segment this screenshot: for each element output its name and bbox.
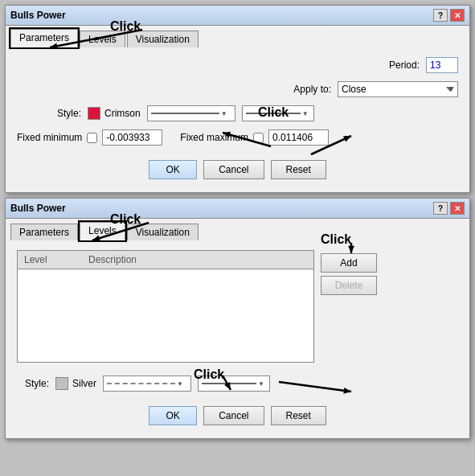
levels-table: Level Description — [17, 250, 314, 363]
dialog-bulls-power-2: Bulls Power ? ✕ Click Parameters Levels … — [5, 198, 470, 439]
style-row-2: Style: Silver ▼ ▼ — [17, 375, 458, 392]
titlebar-1: Bulls Power ? ✕ — [6, 6, 469, 26]
dialog-title-2: Bulls Power — [10, 203, 66, 214]
delete-button[interactable]: Delete — [321, 276, 377, 295]
fixed-max-label: Fixed maximum — [180, 132, 248, 143]
levels-col-desc: Description — [82, 252, 313, 267]
line-style-dashed-1[interactable]: ▼ — [103, 375, 191, 392]
reset-button-2[interactable]: Reset — [271, 406, 326, 425]
apply-label: Apply to: — [293, 84, 331, 95]
tab-visualization-2[interactable]: Visualization — [127, 224, 199, 240]
line-dropdown-arrow-2: ▼ — [302, 110, 309, 117]
line-dashed-arrow-1: ▼ — [177, 380, 183, 388]
levels-section: Level Description Click Add Delete — [17, 250, 458, 369]
style-label-2: Style: — [17, 378, 49, 389]
add-button[interactable]: Add — [321, 253, 377, 273]
line-style-box-1[interactable]: ▼ — [147, 105, 235, 121]
titlebar-2: Bulls Power ? ✕ — [6, 199, 469, 219]
titlebar-buttons-2: ? ✕ — [433, 202, 465, 215]
ok-button-1[interactable]: OK — [149, 160, 197, 179]
color-box-1[interactable] — [88, 107, 100, 120]
levels-col-level: Level — [18, 252, 82, 267]
close-button-1[interactable]: ✕ — [450, 9, 465, 22]
apply-select[interactable]: Close Open High Low — [338, 81, 458, 97]
fixed-min-label: Fixed minimum — [17, 132, 82, 143]
levels-header: Level Description — [18, 251, 313, 269]
line-dropdown-arrow-1: ▼ — [221, 110, 227, 117]
tab-levels-2[interactable]: Levels — [80, 222, 125, 240]
help-button-2[interactable]: ? — [433, 202, 448, 215]
tab-bar-1: Parameters Levels Visualization — [6, 26, 469, 47]
cancel-button-2[interactable]: Cancel — [203, 406, 264, 425]
button-row-2: OK Cancel Reset — [17, 400, 458, 429]
button-row-1: OK Cancel Reset — [17, 154, 458, 183]
fixed-max-value[interactable] — [268, 129, 329, 146]
apply-select-wrapper: Close Open High Low — [338, 81, 458, 97]
line-style-box-2[interactable]: ▼ — [242, 105, 314, 121]
fixed-row: Fixed minimum Fixed maximum — [17, 129, 458, 146]
dialog-content-2: Level Description Click Add Delete — [6, 240, 469, 438]
dialog-content-1: Period: Apply to: Close Open High Low St… — [6, 47, 469, 192]
line-style-solid-2[interactable]: ▼ — [198, 375, 270, 392]
reset-button-1[interactable]: Reset — [271, 160, 326, 179]
color-box-2[interactable] — [55, 377, 68, 390]
cancel-button-1[interactable]: Cancel — [203, 160, 264, 179]
help-button-1[interactable]: ? — [433, 9, 448, 22]
dialog-bulls-power-1: Bulls Power ? ✕ Click Parameters Levels … — [5, 5, 470, 193]
tab-levels-1[interactable]: Levels — [80, 31, 125, 47]
close-button-2[interactable]: ✕ — [450, 202, 465, 215]
dialog-title-1: Bulls Power — [10, 10, 66, 21]
levels-buttons: Click Add Delete — [321, 250, 377, 295]
style-row-1: Style: Crimson ▼ ▼ — [17, 105, 458, 121]
titlebar-buttons-1: ? ✕ — [433, 9, 465, 22]
tab-parameters-1[interactable]: Parameters — [10, 29, 78, 47]
fixed-max-checkbox[interactable] — [253, 133, 264, 143]
period-label: Period: — [355, 60, 420, 71]
line-solid-arrow-2: ▼ — [258, 380, 264, 388]
period-input[interactable] — [426, 57, 458, 73]
tab-parameters-2[interactable]: Parameters — [10, 224, 78, 240]
color-name-2: Silver — [72, 378, 96, 389]
style-label-1: Style: — [17, 108, 81, 119]
ok-button-2[interactable]: OK — [149, 406, 197, 425]
color-name-1: Crimson — [104, 108, 141, 119]
period-row: Period: — [17, 57, 458, 73]
fixed-min-checkbox[interactable] — [87, 133, 97, 143]
levels-body[interactable] — [18, 269, 313, 358]
tab-bar-2: Parameters Levels Visualization — [6, 219, 469, 240]
apply-row: Apply to: Close Open High Low — [17, 81, 458, 97]
tab-visualization-1[interactable]: Visualization — [127, 31, 199, 47]
fixed-min-value[interactable] — [102, 129, 162, 146]
